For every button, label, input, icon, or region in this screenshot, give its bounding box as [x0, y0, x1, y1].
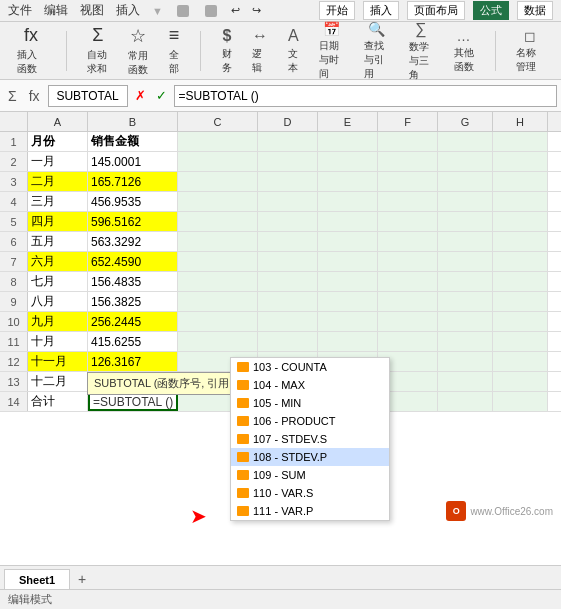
cell-G-9[interactable] — [438, 292, 493, 311]
cell-G-8[interactable] — [438, 272, 493, 291]
cell-H-14[interactable] — [493, 392, 548, 411]
cell-F-6[interactable] — [378, 232, 438, 251]
table-row[interactable]: 2一月145.0001 — [0, 152, 561, 172]
cell-b-10[interactable]: 256.2445 — [88, 312, 178, 331]
cell-E-11[interactable] — [318, 332, 378, 351]
name-manager-btn[interactable]: ◻ 名称管理 — [507, 23, 553, 79]
cell-D-4[interactable] — [258, 192, 318, 211]
cell-a-10[interactable]: 九月 — [28, 312, 88, 331]
dropdown-item-106[interactable]: 106 - PRODUCT — [231, 412, 389, 430]
cell-H-12[interactable] — [493, 352, 548, 371]
fx-btn[interactable]: fx — [25, 86, 44, 106]
cell-G-4[interactable] — [438, 192, 493, 211]
cell-E-9[interactable] — [318, 292, 378, 311]
cell-a-6[interactable]: 五月 — [28, 232, 88, 251]
cell-a-2[interactable]: 一月 — [28, 152, 88, 171]
cell-a-14[interactable]: 合计 — [28, 392, 88, 411]
datetime-btn[interactable]: 📅 日期与时间 — [310, 16, 353, 86]
tab-data[interactable]: 数据 — [517, 1, 553, 20]
table-row[interactable]: 11十月415.6255 — [0, 332, 561, 352]
all-func-btn[interactable]: ≡ 全部 — [160, 20, 189, 81]
cell-F-11[interactable] — [378, 332, 438, 351]
dropdown-item-104[interactable]: 104 - MAX — [231, 376, 389, 394]
cell-H-8[interactable] — [493, 272, 548, 291]
cell-D-11[interactable] — [258, 332, 318, 351]
cell-H-1[interactable] — [493, 132, 548, 151]
auto-sum-btn[interactable]: Σ 自动求和 — [78, 20, 117, 81]
cell-b-11[interactable]: 415.6255 — [88, 332, 178, 351]
lookup-btn[interactable]: 🔍 查找与引用 — [355, 16, 398, 86]
cell-H-7[interactable] — [493, 252, 548, 271]
cell-H-2[interactable] — [493, 152, 548, 171]
cell-H-11[interactable] — [493, 332, 548, 351]
cell-D-9[interactable] — [258, 292, 318, 311]
sigma-btn[interactable]: Σ — [4, 86, 21, 106]
cell-C-7[interactable] — [178, 252, 258, 271]
cell-G-14[interactable] — [438, 392, 493, 411]
cell-a-11[interactable]: 十月 — [28, 332, 88, 351]
cell-D-5[interactable] — [258, 212, 318, 231]
cell-b-6[interactable]: 563.3292 — [88, 232, 178, 251]
cell-F-3[interactable] — [378, 172, 438, 191]
formula-input[interactable] — [174, 85, 557, 107]
cell-a-12[interactable]: 十一月 — [28, 352, 88, 371]
finance-btn[interactable]: $ 财务 — [213, 22, 241, 80]
cell-G-10[interactable] — [438, 312, 493, 331]
cell-C-11[interactable] — [178, 332, 258, 351]
cell-G-12[interactable] — [438, 352, 493, 371]
cell-D-3[interactable] — [258, 172, 318, 191]
cell-E-7[interactable] — [318, 252, 378, 271]
cell-G-1[interactable] — [438, 132, 493, 151]
cell-D-2[interactable] — [258, 152, 318, 171]
cell-H-3[interactable] — [493, 172, 548, 191]
menu-insert[interactable]: 插入 — [116, 2, 140, 19]
dropdown-item-111[interactable]: 111 - VAR.P — [231, 502, 389, 520]
cell-D-6[interactable] — [258, 232, 318, 251]
cell-E-6[interactable] — [318, 232, 378, 251]
logic-btn[interactable]: ↔ 逻辑 — [243, 22, 277, 80]
cell-G-2[interactable] — [438, 152, 493, 171]
cell-H-5[interactable] — [493, 212, 548, 231]
menu-view[interactable]: 视图 — [80, 2, 104, 19]
cell-H-13[interactable] — [493, 372, 548, 391]
cell-F-1[interactable] — [378, 132, 438, 151]
cell-E-8[interactable] — [318, 272, 378, 291]
cell-a-8[interactable]: 七月 — [28, 272, 88, 291]
dropdown-item-110[interactable]: 110 - VAR.S — [231, 484, 389, 502]
dropdown-item-105[interactable]: 105 - MIN — [231, 394, 389, 412]
dropdown-item-108[interactable]: 108 - STDEV.P — [231, 448, 389, 466]
cell-C-2[interactable] — [178, 152, 258, 171]
cell-b-4[interactable]: 456.9535 — [88, 192, 178, 211]
confirm-formula-btn[interactable]: ✓ — [153, 87, 170, 104]
cell-G-5[interactable] — [438, 212, 493, 231]
cell-C-10[interactable] — [178, 312, 258, 331]
cell-G-6[interactable] — [438, 232, 493, 251]
dropdown-item-103[interactable]: 103 - COUNTA — [231, 358, 389, 376]
cell-b-2[interactable]: 145.0001 — [88, 152, 178, 171]
cell-G-11[interactable] — [438, 332, 493, 351]
cell-a-7[interactable]: 六月 — [28, 252, 88, 271]
cell-F-2[interactable] — [378, 152, 438, 171]
cell-G-3[interactable] — [438, 172, 493, 191]
cell-G-13[interactable] — [438, 372, 493, 391]
cell-a-1[interactable]: 月份 — [28, 132, 88, 151]
cell-E-1[interactable] — [318, 132, 378, 151]
cell-E-10[interactable] — [318, 312, 378, 331]
table-row[interactable]: 5四月596.5162 — [0, 212, 561, 232]
other-func-btn[interactable]: … 其他函数 — [445, 23, 483, 79]
dropdown-item-109[interactable]: 109 - SUM — [231, 466, 389, 484]
cell-b-7[interactable]: 652.4590 — [88, 252, 178, 271]
cell-H-9[interactable] — [493, 292, 548, 311]
cell-a-5[interactable]: 四月 — [28, 212, 88, 231]
table-row[interactable]: 1月份销售金额 — [0, 132, 561, 152]
cell-E-3[interactable] — [318, 172, 378, 191]
cell-F-8[interactable] — [378, 272, 438, 291]
cell-E-4[interactable] — [318, 192, 378, 211]
cell-D-10[interactable] — [258, 312, 318, 331]
cell-H-4[interactable] — [493, 192, 548, 211]
cell-a-13[interactable]: 十二月 — [28, 372, 88, 391]
cell-F-7[interactable] — [378, 252, 438, 271]
cell-F-9[interactable] — [378, 292, 438, 311]
cell-D-7[interactable] — [258, 252, 318, 271]
cell-F-5[interactable] — [378, 212, 438, 231]
